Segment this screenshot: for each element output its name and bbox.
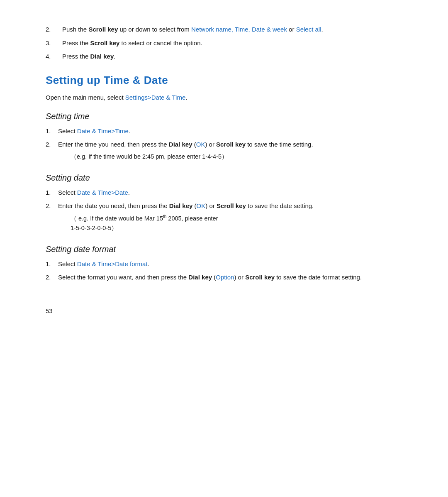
list-content: Press the Scroll key to select or cancel…: [62, 39, 202, 48]
subsection-title-date: Setting date: [46, 173, 402, 183]
list-item: 1. Select Date & Time>Date format.: [46, 259, 402, 269]
list-item: 2. Enter the date you need, then press t…: [46, 201, 402, 233]
main-section: Setting up Time & Date Open the main men…: [46, 74, 402, 282]
list-num: 3.: [46, 39, 62, 48]
bold-scroll-key: Scroll key: [90, 39, 120, 47]
page-number: 53: [46, 307, 402, 314]
list-content: Enter the date you need, then press the …: [58, 201, 402, 233]
link-option: Option: [216, 274, 234, 281]
sub-list-time: 1. Select Date & Time>Time. 2. Enter the…: [46, 126, 402, 162]
list-item: 2. Enter the time you need, then press t…: [46, 140, 402, 162]
subsection-title-time: Setting time: [46, 112, 402, 121]
list-num: 4.: [46, 52, 62, 61]
list-num: 2.: [46, 25, 62, 34]
list-num: 2.: [46, 201, 58, 233]
list-item: 1. Select Date & Time>Time.: [46, 126, 402, 136]
list-item: 1. Select Date & Time>Date.: [46, 188, 402, 198]
link-date-time-format: Date & Time>Date format: [77, 260, 148, 267]
section-title: Setting up Time & Date: [46, 74, 402, 87]
list-content: Push the Scroll key up or down to select…: [62, 25, 323, 34]
sub-list-date: 1. Select Date & Time>Date. 2. Enter the…: [46, 188, 402, 233]
list-num: 2.: [46, 140, 58, 162]
bold-scroll-key: Scroll key: [217, 202, 246, 209]
intro-list: 2. Push the Scroll key up or down to sel…: [46, 25, 402, 61]
list-content: Select Date & Time>Date.: [58, 188, 402, 198]
list-item: 2. Push the Scroll key up or down to sel…: [46, 25, 402, 34]
list-num: 2.: [46, 272, 58, 282]
list-num: 1.: [46, 188, 58, 198]
bold-scroll-key: Scroll key: [88, 26, 118, 33]
bold-scroll-key: Scroll key: [216, 141, 246, 148]
subsection-setting-time: Setting time 1. Select Date & Time>Time.…: [46, 112, 402, 162]
list-content: Select Date & Time>Date format.: [58, 259, 402, 269]
example-text: （ e.g. If the date would be Mar 15th 200…: [71, 213, 402, 233]
bold-dial-key: Dial key: [169, 202, 193, 209]
link-date-time-time: Date & Time>Time: [77, 127, 129, 135]
link-date-time-date: Date & Time>Date: [77, 189, 128, 196]
bold-dial-key: Dial key: [169, 141, 192, 148]
superscript-th: th: [163, 214, 166, 219]
link-ok: OK: [197, 202, 206, 209]
page-container: 2. Push the Scroll key up or down to sel…: [0, 0, 448, 339]
list-content: Press the Dial key.: [62, 52, 115, 61]
list-content: Select Date & Time>Time.: [58, 126, 402, 136]
link-select-all: Select all: [296, 26, 321, 33]
list-num: 1.: [46, 259, 58, 269]
list-num: 1.: [46, 126, 58, 136]
list-content: Enter the time you need, then press the …: [58, 140, 402, 162]
bold-dial-key: Dial key: [188, 274, 212, 281]
subsection-title-date-format: Setting date format: [46, 245, 402, 254]
link-network-time-date: Network name, Time, Date & week: [191, 26, 287, 33]
intro-paragraph: Open the main menu, select Settings>Date…: [46, 93, 402, 103]
list-item: 3. Press the Scroll key to select or can…: [46, 39, 402, 48]
bold-dial-key: Dial key: [90, 53, 114, 60]
subsection-setting-date-format: Setting date format 1. Select Date & Tim…: [46, 245, 402, 282]
list-item: 2. Select the format you want, and then …: [46, 272, 402, 282]
list-item: 4. Press the Dial key.: [46, 52, 402, 61]
subsection-setting-date: Setting date 1. Select Date & Time>Date.…: [46, 173, 402, 233]
example-text: （e.g. If the time would be 2:45 pm, plea…: [71, 152, 402, 162]
link-ok: OK: [196, 141, 205, 148]
bold-scroll-key: Scroll key: [245, 274, 275, 281]
list-content: Select the format you want, and then pre…: [58, 272, 402, 282]
sub-list-date-format: 1. Select Date & Time>Date format. 2. Se…: [46, 259, 402, 282]
link-settings-date-time: Settings>Date & Time: [125, 94, 186, 101]
